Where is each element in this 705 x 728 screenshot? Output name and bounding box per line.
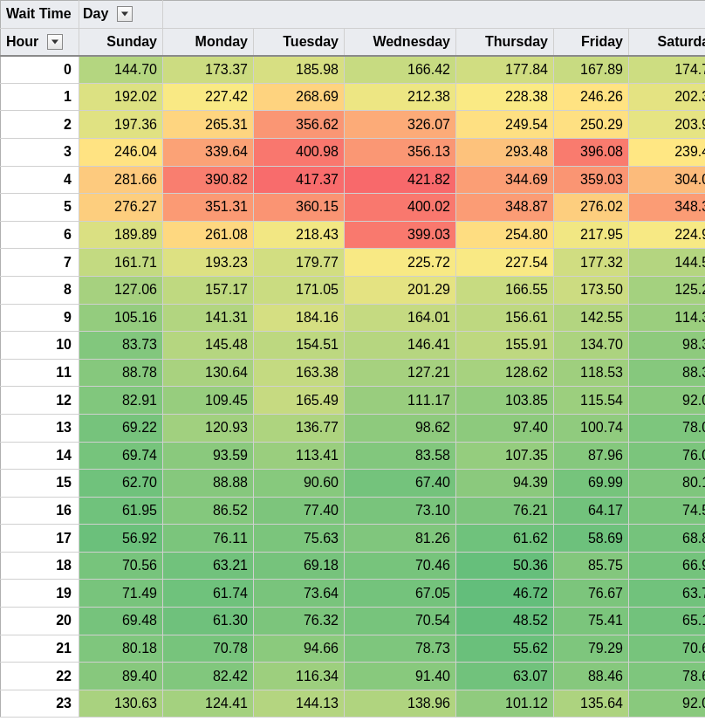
heatmap-cell[interactable]: 344.69 — [456, 166, 554, 194]
pivot-day-field[interactable]: Day — [79, 1, 163, 29]
heatmap-cell[interactable]: 144.70 — [79, 56, 163, 84]
heatmap-cell[interactable]: 396.08 — [554, 138, 629, 166]
heatmap-cell[interactable]: 68.83 — [629, 525, 706, 553]
heatmap-cell[interactable]: 87.96 — [554, 442, 629, 470]
heatmap-cell[interactable]: 56.92 — [79, 525, 163, 553]
row-header[interactable]: 5 — [1, 194, 79, 222]
heatmap-cell[interactable]: 103.85 — [456, 387, 554, 415]
heatmap-cell[interactable]: 111.17 — [345, 387, 456, 415]
heatmap-cell[interactable]: 246.04 — [79, 138, 163, 166]
heatmap-cell[interactable]: 250.29 — [554, 111, 629, 139]
heatmap-cell[interactable]: 276.27 — [79, 194, 163, 222]
row-header[interactable]: 1 — [1, 83, 79, 111]
row-header[interactable]: 4 — [1, 166, 79, 194]
heatmap-cell[interactable]: 125.22 — [629, 276, 706, 304]
heatmap-cell[interactable]: 356.62 — [254, 111, 345, 139]
heatmap-cell[interactable]: 88.46 — [554, 663, 629, 690]
heatmap-cell[interactable]: 67.40 — [345, 470, 456, 498]
heatmap-cell[interactable]: 227.54 — [456, 249, 554, 277]
heatmap-cell[interactable]: 339.64 — [163, 138, 254, 166]
heatmap-cell[interactable]: 69.74 — [79, 442, 163, 470]
row-header[interactable]: 21 — [1, 635, 79, 663]
heatmap-cell[interactable]: 78.68 — [629, 663, 706, 690]
heatmap-cell[interactable]: 192.02 — [79, 83, 163, 111]
heatmap-cell[interactable]: 265.31 — [163, 111, 254, 139]
heatmap-cell[interactable]: 93.59 — [163, 442, 254, 470]
heatmap-cell[interactable]: 156.61 — [456, 304, 554, 332]
heatmap-cell[interactable]: 120.93 — [163, 414, 254, 442]
heatmap-cell[interactable]: 76.32 — [254, 608, 345, 635]
heatmap-cell[interactable]: 281.66 — [79, 166, 163, 194]
heatmap-cell[interactable]: 155.91 — [456, 332, 554, 360]
row-header[interactable]: 2 — [1, 111, 79, 139]
heatmap-cell[interactable]: 218.43 — [254, 221, 345, 249]
heatmap-cell[interactable]: 399.03 — [345, 221, 456, 249]
heatmap-cell[interactable]: 135.64 — [554, 690, 629, 718]
heatmap-cell[interactable]: 71.49 — [79, 580, 163, 608]
heatmap-cell[interactable]: 144.13 — [254, 690, 345, 718]
heatmap-cell[interactable]: 61.62 — [456, 525, 554, 553]
heatmap-cell[interactable]: 70.78 — [163, 635, 254, 663]
heatmap-cell[interactable]: 179.77 — [254, 249, 345, 277]
heatmap-cell[interactable]: 116.34 — [254, 663, 345, 690]
heatmap-cell[interactable]: 144.59 — [629, 249, 706, 277]
heatmap-cell[interactable]: 76.11 — [163, 525, 254, 553]
heatmap-cell[interactable]: 70.46 — [345, 552, 456, 580]
heatmap-cell[interactable]: 75.63 — [254, 525, 345, 553]
heatmap-cell[interactable]: 85.75 — [554, 552, 629, 580]
heatmap-cell[interactable]: 62.70 — [79, 470, 163, 498]
heatmap-cell[interactable]: 107.35 — [456, 442, 554, 470]
heatmap-cell[interactable]: 224.93 — [629, 221, 706, 249]
heatmap-cell[interactable]: 63.21 — [163, 552, 254, 580]
heatmap-cell[interactable]: 46.72 — [456, 580, 554, 608]
heatmap-cell[interactable]: 130.64 — [163, 359, 254, 387]
heatmap-cell[interactable]: 127.21 — [345, 359, 456, 387]
heatmap-cell[interactable]: 76.05 — [629, 442, 706, 470]
heatmap-cell[interactable]: 67.05 — [345, 580, 456, 608]
heatmap-cell[interactable]: 98.62 — [345, 414, 456, 442]
row-header[interactable]: 23 — [1, 690, 79, 718]
heatmap-cell[interactable]: 74.51 — [629, 497, 706, 525]
row-header[interactable]: 3 — [1, 138, 79, 166]
heatmap-cell[interactable]: 261.08 — [163, 221, 254, 249]
heatmap-cell[interactable]: 124.41 — [163, 690, 254, 718]
heatmap-cell[interactable]: 326.07 — [345, 111, 456, 139]
heatmap-cell[interactable]: 163.38 — [254, 359, 345, 387]
heatmap-cell[interactable]: 83.73 — [79, 332, 163, 360]
heatmap-cell[interactable]: 82.91 — [79, 387, 163, 415]
heatmap-cell[interactable]: 145.48 — [163, 332, 254, 360]
heatmap-cell[interactable]: 202.35 — [629, 83, 706, 111]
heatmap-cell[interactable]: 360.15 — [254, 194, 345, 222]
heatmap-cell[interactable]: 154.51 — [254, 332, 345, 360]
heatmap-cell[interactable]: 86.52 — [163, 497, 254, 525]
heatmap-cell[interactable]: 69.99 — [554, 470, 629, 498]
heatmap-cell[interactable]: 80.18 — [79, 635, 163, 663]
heatmap-cell[interactable]: 92.01 — [629, 690, 706, 718]
heatmap-cell[interactable]: 69.18 — [254, 552, 345, 580]
heatmap-cell[interactable]: 109.45 — [163, 387, 254, 415]
heatmap-cell[interactable]: 73.10 — [345, 497, 456, 525]
heatmap-cell[interactable]: 88.78 — [79, 359, 163, 387]
heatmap-cell[interactable]: 166.55 — [456, 276, 554, 304]
heatmap-cell[interactable]: 400.98 — [254, 138, 345, 166]
heatmap-cell[interactable]: 225.72 — [345, 249, 456, 277]
heatmap-cell[interactable]: 88.31 — [629, 359, 706, 387]
heatmap-cell[interactable]: 77.40 — [254, 497, 345, 525]
heatmap-cell[interactable]: 304.07 — [629, 166, 706, 194]
heatmap-cell[interactable]: 268.69 — [254, 83, 345, 111]
pivot-hour-field[interactable]: Hour — [1, 28, 79, 56]
col-header[interactable]: Tuesday — [254, 28, 345, 56]
heatmap-cell[interactable]: 348.31 — [629, 194, 706, 222]
heatmap-cell[interactable]: 400.02 — [345, 194, 456, 222]
heatmap-cell[interactable]: 101.12 — [456, 690, 554, 718]
heatmap-cell[interactable]: 359.03 — [554, 166, 629, 194]
heatmap-cell[interactable]: 70.60 — [629, 635, 706, 663]
heatmap-cell[interactable]: 146.41 — [345, 332, 456, 360]
heatmap-cell[interactable]: 228.38 — [456, 83, 554, 111]
heatmap-cell[interactable]: 100.74 — [554, 414, 629, 442]
heatmap-cell[interactable]: 80.14 — [629, 470, 706, 498]
heatmap-cell[interactable]: 76.67 — [554, 580, 629, 608]
heatmap-cell[interactable]: 166.42 — [345, 56, 456, 84]
heatmap-cell[interactable]: 64.17 — [554, 497, 629, 525]
heatmap-cell[interactable]: 94.39 — [456, 470, 554, 498]
